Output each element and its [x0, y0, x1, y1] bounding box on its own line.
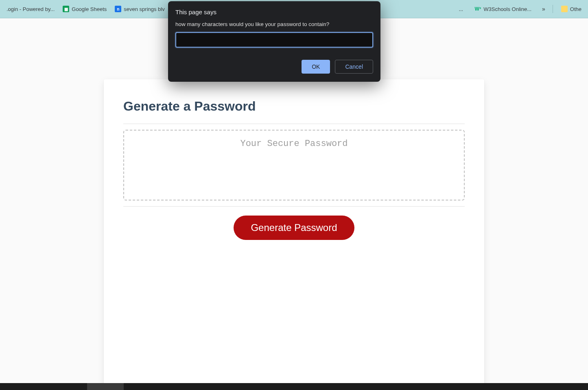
bookmark-label: Google Sheets	[72, 6, 107, 12]
overflow-chevron-icon[interactable]: »	[540, 4, 548, 14]
password-output: Your Secure Password	[123, 130, 465, 200]
divider	[123, 124, 465, 124]
bookmark-label: W3Schools Online...	[483, 6, 531, 12]
bookmark-google-sheets[interactable]: ▦ Google Sheets	[59, 3, 110, 15]
bookmark-label: ...	[459, 6, 463, 12]
bookmark-label: .ogin - Powered by...	[7, 6, 55, 12]
bookmark-seven-springs[interactable]: n seven springs blv	[111, 3, 168, 15]
cancel-button[interactable]: Cancel	[335, 60, 373, 74]
sheets-icon: ▦	[63, 6, 69, 12]
dialog-message: how many characters would you like your …	[175, 21, 373, 27]
bookmark-login[interactable]: .ogin - Powered by...	[3, 4, 58, 15]
w3-icon: W³	[474, 6, 481, 12]
other-bookmarks[interactable]: Othe	[558, 3, 585, 15]
nest-icon: n	[115, 6, 121, 12]
password-card: Generate a Password Your Secure Password…	[104, 79, 484, 390]
bookmark-w3schools[interactable]: W³ W3Schools Online...	[471, 3, 535, 15]
taskbar-segment	[87, 383, 124, 390]
ok-button[interactable]: OK	[302, 60, 330, 74]
bookmark-truncated[interactable]: ...	[455, 4, 466, 15]
bookmark-label: seven springs blv	[124, 6, 164, 12]
divider	[123, 206, 465, 207]
folder-icon	[561, 6, 568, 12]
dialog-actions: OK Cancel	[175, 60, 373, 74]
dialog-title: This page says	[175, 9, 373, 15]
bookmarks-left: .ogin - Powered by... ▦ Google Sheets n …	[3, 3, 168, 15]
taskbar	[0, 383, 588, 390]
card-title: Generate a Password	[123, 99, 465, 114]
divider	[553, 5, 553, 13]
generate-password-button[interactable]: Generate Password	[234, 216, 354, 240]
prompt-dialog: This page says how many characters would…	[168, 1, 380, 82]
other-bookmarks-label: Othe	[570, 6, 581, 12]
dialog-input[interactable]	[175, 32, 373, 48]
bookmarks-right: ... W³ W3Schools Online... » Othe	[455, 3, 585, 15]
